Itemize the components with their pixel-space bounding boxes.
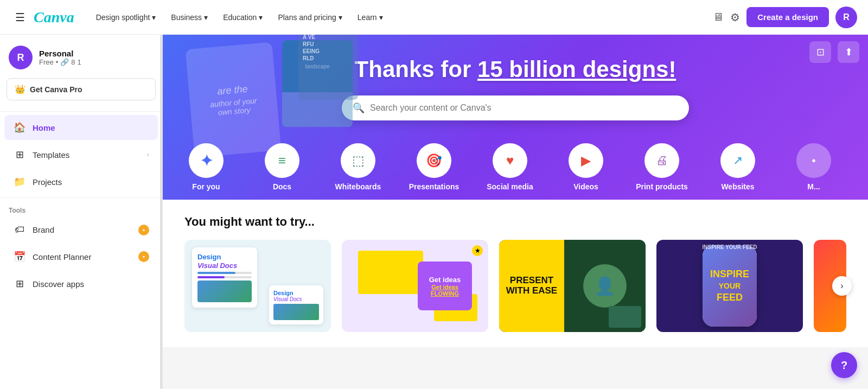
try-section: You might want to try... Design Visual D… <box>163 200 868 347</box>
social-media-label: Social media <box>487 182 533 191</box>
content-planner-icon: 📅 <box>13 251 26 263</box>
home-icon: 🏠 <box>13 122 26 133</box>
category-videos[interactable]: ▶ Videos <box>548 137 624 200</box>
try-card-flowing[interactable]: Get ideas Get ideas FLOWING ★ <box>342 240 488 332</box>
chevron-down-icon <box>339 13 342 22</box>
try-card-present[interactable]: PRESENT WITH EASE 👤 <box>499 240 646 332</box>
videos-label: Videos <box>573 182 598 191</box>
whiteboards-icon-circle: ⬚ <box>341 143 375 178</box>
crop-icon[interactable]: ⊡ <box>809 41 831 63</box>
videos-icon-circle: ▶ <box>569 143 603 178</box>
hero-category-icons: ✦ For you ≡ Docs ⬚ Whiteboards <box>163 137 868 200</box>
try-card-docs[interactable]: Design Visual Docs Design Visual Docs <box>184 240 331 332</box>
for-you-label: For you <box>192 182 220 191</box>
sidebar-profile-name: Personal <box>39 49 81 58</box>
try-card-inspire[interactable]: INSPIREYOURFEED INSPIRE YOUR FEED <box>656 240 803 332</box>
crown-icon: 👑 <box>15 84 25 94</box>
category-websites[interactable]: ↗ Websites <box>700 137 776 200</box>
card-flowing-inner: Get ideas Get ideas FLOWING ★ <box>342 240 488 332</box>
card-present-yellow: PRESENT WITH EASE <box>499 240 564 332</box>
hamburger-icon[interactable]: ☰ <box>11 7 29 28</box>
card-flowing-purple: Get ideas Get ideas FLOWING <box>418 262 472 310</box>
more-icon-circle: • <box>796 143 831 178</box>
nav-plans[interactable]: Plans and pricing <box>271 9 348 26</box>
category-docs[interactable]: ≡ Docs <box>244 137 320 200</box>
whiteboards-label: Whiteboards <box>335 182 381 191</box>
category-for-you[interactable]: ✦ For you <box>168 137 244 200</box>
category-presentations[interactable]: 🎯 Presentations <box>396 137 472 200</box>
templates-icon: ⊞ <box>13 149 26 161</box>
card-flowing-yellow1 <box>358 251 423 294</box>
divider-2 <box>0 197 162 198</box>
card-docs-main: Design Visual Docs <box>192 247 257 308</box>
chevron-right-icon: › <box>147 151 149 158</box>
get-canva-pro-button[interactable]: 👑 Get Canva Pro <box>7 78 156 100</box>
websites-label: Websites <box>721 182 754 191</box>
card-inspire-inner: INSPIREYOURFEED INSPIRE YOUR FEED <box>656 240 803 332</box>
sidebar-item-templates[interactable]: ⊞ Templates › <box>4 142 158 167</box>
card-present-green: 👤 <box>564 240 646 332</box>
docs-icon-circle: ≡ <box>265 143 299 178</box>
upload-icon[interactable]: ⬆ <box>838 41 859 63</box>
sidebar-item-projects[interactable]: 📁 Projects <box>4 169 158 194</box>
projects-icon: 📁 <box>13 176 26 188</box>
divider <box>0 111 162 112</box>
phone-mockup: INSPIREYOURFEED <box>703 245 757 327</box>
try-section-title: You might want to try... <box>184 215 846 229</box>
category-whiteboards[interactable]: ⬚ Whiteboards <box>320 137 396 200</box>
body-area: R Personal Free • 🔗 8 1 👑 Get Canva Pro … <box>0 35 868 389</box>
sidebar-profile-info: Personal Free • 🔗 8 1 <box>39 49 81 66</box>
tools-section-label: Tools <box>0 200 162 216</box>
sidebar-scrollbar[interactable] <box>160 35 162 389</box>
svg-text:✦: ✦ <box>142 255 145 259</box>
websites-icon-circle: ↗ <box>720 143 755 178</box>
help-button[interactable]: ? <box>831 352 857 378</box>
docs-label: Docs <box>273 182 291 191</box>
hero-title: Thanks for 15 billion designs! <box>184 56 846 82</box>
pro-badge-2: ✦ <box>138 251 149 262</box>
more-label: M... <box>807 182 820 191</box>
sidebar-item-discover-apps[interactable]: ⊞ Discover apps <box>4 271 158 296</box>
hero-search-bar[interactable]: 🔍 <box>342 95 689 120</box>
nav-learn[interactable]: Learn <box>351 9 390 26</box>
topnav: ☰ Canva Design spotlight Business Educat… <box>0 0 868 35</box>
chevron-down-icon <box>152 13 156 22</box>
card-docs-inner: Design Visual Docs Design Visual Docs <box>184 240 331 332</box>
nav-design-spotlight[interactable]: Design spotlight <box>90 9 163 26</box>
sidebar-item-brand[interactable]: 🏷 Brand ✦ <box>4 218 158 242</box>
create-design-button[interactable]: Create a design <box>746 7 829 27</box>
topnav-right: 🖥 ⚙ Create a design R <box>713 7 857 28</box>
chevron-down-icon <box>379 13 383 22</box>
chevron-down-icon <box>204 13 208 22</box>
phone-screen: INSPIREYOURFEED <box>703 245 757 327</box>
user-avatar-button[interactable]: R <box>835 7 857 28</box>
monitor-icon[interactable]: 🖥 <box>713 11 724 23</box>
topnav-nav: Design spotlight Business Education Plan… <box>90 9 709 26</box>
main-content: ⊡ ⬆ are the author of your own story lan… <box>163 35 868 389</box>
presentations-icon-circle: 🎯 <box>417 143 451 178</box>
nav-education[interactable]: Education <box>216 9 269 26</box>
category-more[interactable]: • M... <box>776 137 852 200</box>
gear-icon[interactable]: ⚙ <box>730 11 740 24</box>
inspire-label: INSPIRE YOUR FEED <box>703 244 757 250</box>
person-silhouette: 👤 <box>583 264 627 308</box>
sidebar-avatar: R <box>9 46 33 69</box>
sidebar-item-content-planner[interactable]: 📅 Content Planner ✦ <box>4 244 158 269</box>
brand-icon: 🏷 <box>13 224 26 235</box>
category-social-media[interactable]: ♥ Social media <box>472 137 548 200</box>
hero-actions: ⊡ ⬆ <box>809 41 859 63</box>
cards-next-button[interactable]: › <box>832 276 852 296</box>
laptop-decoration <box>609 306 641 328</box>
sidebar-profile-sub: Free • 🔗 8 1 <box>39 58 81 66</box>
nav-business[interactable]: Business <box>164 9 214 26</box>
card-present-inner: PRESENT WITH EASE 👤 <box>499 240 646 332</box>
search-icon: 🔍 <box>353 102 365 114</box>
try-cards-container: Design Visual Docs Design Visual Docs <box>184 240 846 332</box>
for-you-icon-circle: ✦ <box>189 143 224 178</box>
sidebar-item-home[interactable]: 🏠 Home <box>4 115 158 140</box>
search-input[interactable] <box>370 103 678 113</box>
sidebar-profile: R Personal Free • 🔗 8 1 <box>0 35 162 78</box>
print-products-icon-circle: 🖨 <box>644 143 679 178</box>
category-print-products[interactable]: 🖨 Print products <box>624 137 700 200</box>
chevron-down-icon <box>259 13 263 22</box>
